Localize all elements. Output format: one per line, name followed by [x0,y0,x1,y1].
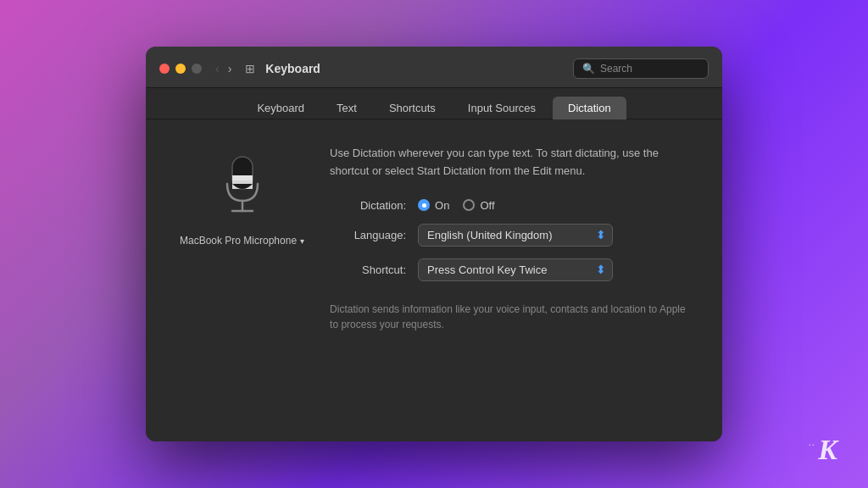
description-text: Use Dictation wherever you can type text… [330,145,688,180]
mic-dropdown-icon: ▾ [300,236,304,246]
language-dropdown[interactable]: English (United Kingdom) English (United… [418,224,613,247]
tabs-bar: Keyboard Text Shortcuts Input Sources Di… [146,88,722,119]
shortcut-dropdown-wrapper: Press Control Key Twice Press Fn (Functi… [418,258,613,281]
search-box[interactable]: 🔍 Search [573,58,709,79]
on-label: On [435,199,449,212]
maximize-button[interactable] [192,64,202,74]
dictation-on-option[interactable]: On [418,199,449,212]
shortcut-dropdown[interactable]: Press Control Key Twice Press Fn (Functi… [418,258,613,281]
radio-off-circle[interactable] [463,199,475,211]
mic-section: MacBook Pro Microphone ▾ [180,145,304,247]
nav-arrows: ‹ › [214,62,233,75]
search-placeholder: Search [600,63,632,75]
main-area: MacBook Pro Microphone ▾ Use Dictation w… [180,145,688,332]
close-button[interactable] [159,64,170,74]
tab-text[interactable]: Text [321,97,372,119]
dictation-label: Dictation: [330,199,406,212]
dictation-toggle-row: Dictation: On Off [330,199,688,212]
microphone-label[interactable]: MacBook Pro Microphone ▾ [180,235,304,247]
dots-icon: ·· [809,437,815,451]
tab-dictation[interactable]: Dictation [553,97,626,119]
language-dropdown-wrapper: English (United Kingdom) English (United… [418,224,613,247]
search-icon: 🔍 [582,63,595,75]
language-row: Language: English (United Kingdom) Engli… [330,224,688,247]
system-preferences-window: ‹ › ⊞ Keyboard 🔍 Search Keyboard Text Sh… [146,47,722,441]
off-label: Off [480,199,494,212]
microphone-icon [217,153,268,221]
back-arrow-icon[interactable]: ‹ [214,62,221,75]
dictation-radio-group: On Off [418,199,494,212]
titlebar: ‹ › ⊞ Keyboard 🔍 Search [146,47,722,88]
watermark: ·· K [809,434,837,466]
tab-keyboard[interactable]: Keyboard [242,97,320,119]
footer-note: Dictation sends information like your vo… [330,302,688,332]
window-title: Keyboard [265,62,573,75]
forward-arrow-icon[interactable]: › [226,62,234,75]
grid-icon[interactable]: ⊞ [245,62,255,75]
shortcut-label: Shortcut: [330,263,406,276]
settings-section: Use Dictation wherever you can type text… [330,145,688,332]
svg-rect-2 [232,175,253,180]
radio-on-circle[interactable] [418,199,430,211]
content-area: MacBook Pro Microphone ▾ Use Dictation w… [146,119,722,441]
tab-input-sources[interactable]: Input Sources [453,97,551,119]
minimize-button[interactable] [175,64,186,74]
tab-shortcuts[interactable]: Shortcuts [374,97,451,119]
k-logo: K [818,434,837,466]
traffic-lights [159,64,202,74]
language-label: Language: [330,229,406,241]
shortcut-row: Shortcut: Press Control Key Twice Press … [330,258,688,281]
dictation-off-option[interactable]: Off [463,199,494,212]
